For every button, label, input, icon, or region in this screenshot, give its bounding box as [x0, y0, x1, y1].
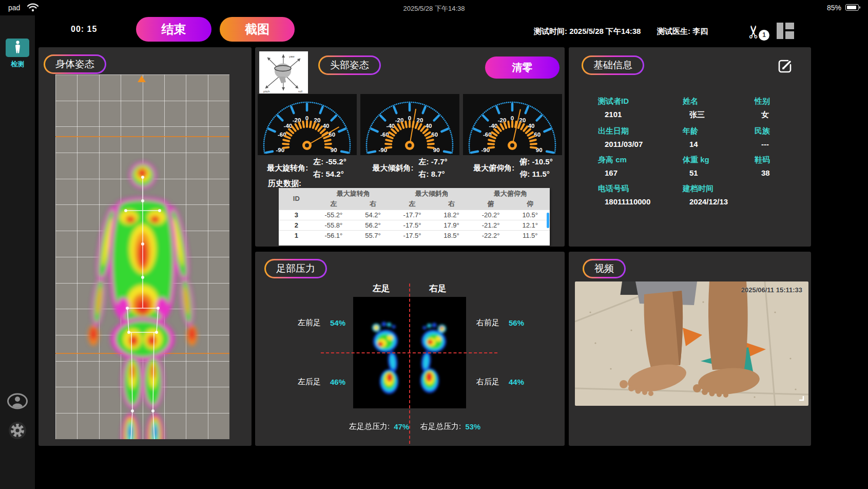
info-field-value: 167	[598, 168, 683, 177]
history-cell: 17.9°	[432, 220, 471, 230]
gauge-tilt: -90-60-40-20020406090	[360, 94, 459, 155]
info-field: 性别女	[755, 97, 796, 120]
left-foot-label: 左足	[366, 283, 397, 294]
subcol: 仰	[510, 199, 550, 210]
sidebar-item-detect-label: 检测	[0, 60, 35, 69]
info-field: 民族---	[755, 126, 796, 148]
battery-percent: 85%	[827, 4, 841, 12]
svg-text:40: 40	[528, 123, 535, 129]
info-field: 出生日期2011/03/07	[598, 126, 683, 148]
battery-icon	[845, 4, 859, 11]
history-cell: 11.5°	[510, 230, 550, 240]
svg-text:40: 40	[426, 123, 432, 129]
info-field: 测试者ID2101	[598, 97, 683, 120]
history-data-label: 历史数据:	[268, 179, 301, 189]
history-cell: -17.5°	[393, 230, 432, 240]
scissors-badge: 1	[759, 30, 769, 41]
basic-info-panel: 基础信息 测试者ID2101姓名张三性别女出生日期2011/03/07年龄14民…	[569, 47, 811, 247]
body-heatmap-view	[55, 74, 229, 439]
info-field-label: 出生日期	[598, 126, 683, 136]
history-cell: -17.5°	[393, 220, 432, 230]
subcol: 左	[393, 199, 432, 210]
info-field-value: 2011/03/07	[598, 140, 683, 148]
expand-icon[interactable]	[796, 393, 804, 403]
svg-text:roll: roll	[298, 90, 302, 93]
svg-text:-40: -40	[489, 123, 498, 129]
right-forefoot: 右前足56%	[476, 318, 524, 328]
gauge-pitch: -90-60-40-20020406090	[463, 94, 562, 155]
info-field-label: 鞋码	[755, 155, 796, 165]
crosshair-horizontal	[321, 352, 497, 353]
user-avatar-icon[interactable]	[7, 393, 28, 412]
max-angle-row: 最大旋转角: 左: -55.2° 右: 54.2° 最大倾斜角: 左: -7.7…	[255, 157, 565, 179]
info-field: 姓名张三	[683, 97, 755, 120]
crosshair-vertical	[409, 284, 410, 444]
body-heatmap	[55, 74, 229, 439]
col-id: ID	[279, 188, 314, 210]
history-cell: -21.2°	[471, 220, 511, 230]
info-field-value: 51	[683, 168, 755, 177]
info-field: 身高 cm167	[598, 155, 683, 177]
col-group-rotation: 最大旋转角	[314, 188, 393, 199]
history-cell: -55.2°	[314, 210, 354, 220]
video-frame: 2025/06/11 15:11:33	[575, 281, 808, 406]
left-total-pressure: 左足总压力:47%	[349, 422, 409, 431]
end-button[interactable]: 结束	[136, 17, 211, 42]
body-posture-title: 身体姿态	[44, 54, 106, 74]
sidebar: 检测	[0, 15, 35, 489]
history-cell: 54.2°	[353, 210, 393, 220]
info-field-value: 女	[755, 110, 796, 120]
history-cell: -56.1°	[314, 230, 354, 240]
history-cell: 3	[279, 210, 314, 220]
info-field: 建档时间2024/12/13	[683, 184, 755, 206]
history-cell: 10.5°	[510, 210, 550, 220]
gauge-rotation: -90-60-40-20020406090	[258, 94, 357, 155]
history-cell: -22.2°	[471, 230, 511, 240]
svg-text:yaw: yaw	[289, 55, 295, 58]
info-field-value: 14	[683, 140, 755, 148]
basic-info-title: 基础信息	[582, 55, 644, 75]
info-field-value: ---	[755, 140, 796, 148]
capture-button[interactable]: 截图	[220, 17, 295, 42]
video-title: 视频	[583, 259, 626, 278]
reset-button[interactable]: 清零	[485, 57, 560, 79]
head-axes-diagram: yawpitchroll	[259, 51, 308, 93]
foot-pressure-panel: 足部压力 左足 右足	[255, 252, 565, 446]
col-group-pitch: 最大俯仰角	[471, 188, 550, 199]
history-cell: 1	[279, 230, 314, 240]
table-row: 3-55.2°54.2°-17.7°18.2°-20.2°10.5°	[279, 210, 550, 220]
history-cell: 18.5°	[432, 230, 471, 240]
max-tilt-angle: 最大倾斜角: 左: -7.7° 右: 8.7°	[358, 157, 461, 179]
table-scrollbar[interactable]	[547, 213, 549, 228]
head-posture-panel: yawpitchroll 头部姿态 清零 -90-60-40-200204060…	[255, 47, 565, 247]
info-field-value: 38	[755, 168, 796, 177]
history-cell: 12.1°	[510, 220, 550, 230]
right-foot-label: 右足	[422, 283, 453, 294]
info-field-label: 性别	[755, 97, 796, 106]
info-field-label: 姓名	[683, 97, 755, 106]
history-cell: 2	[279, 220, 314, 230]
foot-pressure-title: 足部压力	[264, 259, 327, 278]
app-root: pad 2025/5/28 下午14:38 85% 检测	[0, 0, 868, 489]
svg-text:pitch: pitch	[263, 90, 270, 93]
video-panel: 视频	[569, 252, 811, 446]
settings-gear-icon[interactable]	[7, 420, 28, 443]
status-bar: pad 2025/5/28 下午14:38 85%	[0, 0, 868, 15]
info-field: 鞋码38	[755, 155, 796, 177]
layout-grid-icon[interactable]	[777, 23, 794, 39]
sidebar-item-detect[interactable]	[6, 39, 29, 57]
edit-icon[interactable]	[777, 59, 793, 74]
right-total-pressure: 右足总压力:53%	[420, 422, 480, 431]
test-doctor: 测试医生: 李四	[657, 27, 708, 36]
info-field-value: 张三	[683, 110, 755, 120]
head-posture-title: 头部姿态	[318, 55, 381, 75]
left-forefoot: 左前足54%	[298, 318, 345, 328]
history-cell: -20.2°	[471, 210, 511, 220]
table-row: 1-56.1°55.7°-17.5°18.5°-22.2°11.5°	[279, 230, 550, 240]
table-row: 2-55.8°56.2°-17.5°17.9°-21.2°12.1°	[279, 220, 550, 230]
info-field-label: 民族	[755, 126, 796, 136]
left-rearfoot: 左后足46%	[298, 377, 345, 387]
svg-text:-40: -40	[284, 123, 293, 129]
history-cell: 18.2°	[432, 210, 471, 220]
info-grid: 测试者ID2101姓名张三性别女出生日期2011/03/07年龄14民族---身…	[598, 97, 801, 206]
